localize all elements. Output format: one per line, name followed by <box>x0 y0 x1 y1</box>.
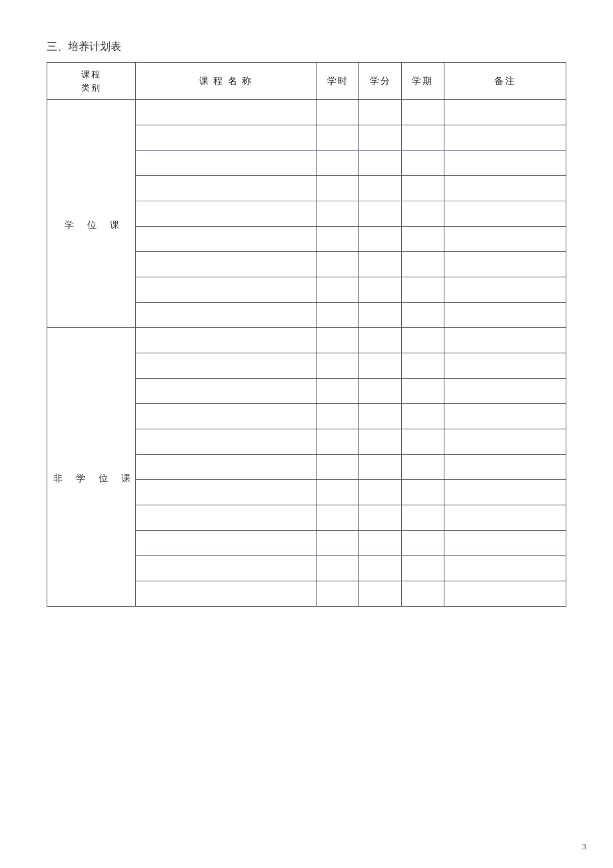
remarks-cell <box>444 100 566 125</box>
remarks-cell <box>444 151 566 176</box>
course-name-cell <box>136 556 316 581</box>
course-name-cell <box>136 277 316 303</box>
credits-cell <box>359 303 402 328</box>
table-row: 学位课 <box>47 100 566 125</box>
remarks-cell <box>444 353 566 379</box>
course-name-cell <box>136 328 316 353</box>
hours-cell <box>316 353 359 379</box>
remarks-cell <box>444 531 566 556</box>
credits-cell <box>359 277 402 303</box>
remarks-cell <box>444 581 566 607</box>
hours-cell <box>316 480 359 505</box>
credits-cell <box>359 379 402 404</box>
page-number: 3 <box>582 841 587 852</box>
course-name-cell <box>136 100 316 125</box>
page: 三、培养计划表 课程类别 课 程 名 称 学时 学分 学期 备注 <box>0 0 613 868</box>
credits-cell <box>359 556 402 581</box>
credits-cell <box>359 227 402 252</box>
section-title: 三、培养计划表 <box>47 40 566 54</box>
credits-cell <box>359 328 402 353</box>
semester-cell <box>401 379 444 404</box>
semester-cell <box>401 480 444 505</box>
course-name-cell <box>136 151 316 176</box>
remarks-cell <box>444 480 566 505</box>
remarks-cell <box>444 176 566 201</box>
credits-cell <box>359 252 402 277</box>
remarks-cell <box>444 404 566 429</box>
hours-cell <box>316 379 359 404</box>
credits-cell <box>359 581 402 607</box>
semester-cell <box>401 581 444 607</box>
credits-cell <box>359 455 402 480</box>
plan-table: 课程类别 课 程 名 称 学时 学分 学期 备注 学位课 <box>47 62 566 607</box>
category-feixuewei: 非学位课 <box>47 328 136 607</box>
semester-cell <box>401 531 444 556</box>
semester-cell <box>401 252 444 277</box>
course-name-cell <box>136 404 316 429</box>
semester-cell <box>401 151 444 176</box>
semester-cell <box>401 455 444 480</box>
header-credits: 学分 <box>359 63 402 100</box>
semester-cell <box>401 404 444 429</box>
remarks-cell <box>444 277 566 303</box>
hours-cell <box>316 303 359 328</box>
header-category: 课程类别 <box>47 63 136 100</box>
header-semester: 学期 <box>401 63 444 100</box>
header-hours: 学时 <box>316 63 359 100</box>
hours-cell <box>316 404 359 429</box>
category-xuewei: 学位课 <box>47 100 136 328</box>
course-name-cell <box>136 379 316 404</box>
remarks-cell <box>444 252 566 277</box>
course-name-cell <box>136 227 316 252</box>
credits-cell <box>359 151 402 176</box>
credits-cell <box>359 429 402 455</box>
course-name-cell <box>136 429 316 455</box>
hours-cell <box>316 252 359 277</box>
hours-cell <box>316 100 359 125</box>
credits-cell <box>359 505 402 531</box>
semester-cell <box>401 176 444 201</box>
header-remarks: 备注 <box>444 63 566 100</box>
semester-cell <box>401 556 444 581</box>
semester-cell <box>401 277 444 303</box>
remarks-cell <box>444 201 566 227</box>
course-name-cell <box>136 176 316 201</box>
semester-cell <box>401 201 444 227</box>
course-name-cell <box>136 353 316 379</box>
semester-cell <box>401 353 444 379</box>
remarks-cell <box>444 227 566 252</box>
course-name-cell <box>136 455 316 480</box>
header-course-name: 课 程 名 称 <box>136 63 316 100</box>
credits-cell <box>359 531 402 556</box>
table-header-row: 课程类别 课 程 名 称 学时 学分 学期 备注 <box>47 63 566 100</box>
remarks-cell <box>444 429 566 455</box>
credits-cell <box>359 125 402 151</box>
remarks-cell <box>444 505 566 531</box>
hours-cell <box>316 581 359 607</box>
remarks-cell <box>444 556 566 581</box>
semester-cell <box>401 328 444 353</box>
course-name-cell <box>136 505 316 531</box>
hours-cell <box>316 505 359 531</box>
course-name-cell <box>136 480 316 505</box>
credits-cell <box>359 176 402 201</box>
credits-cell <box>359 201 402 227</box>
hours-cell <box>316 176 359 201</box>
credits-cell <box>359 353 402 379</box>
remarks-cell <box>444 303 566 328</box>
hours-cell <box>316 151 359 176</box>
course-name-cell <box>136 201 316 227</box>
course-name-cell <box>136 581 316 607</box>
semester-cell <box>401 100 444 125</box>
semester-cell <box>401 505 444 531</box>
credits-cell <box>359 480 402 505</box>
hours-cell <box>316 201 359 227</box>
remarks-cell <box>444 125 566 151</box>
semester-cell <box>401 429 444 455</box>
semester-cell <box>401 227 444 252</box>
remarks-cell <box>444 328 566 353</box>
hours-cell <box>316 556 359 581</box>
table-row: 非学位课 <box>47 328 566 353</box>
semester-cell <box>401 303 444 328</box>
hours-cell <box>316 531 359 556</box>
